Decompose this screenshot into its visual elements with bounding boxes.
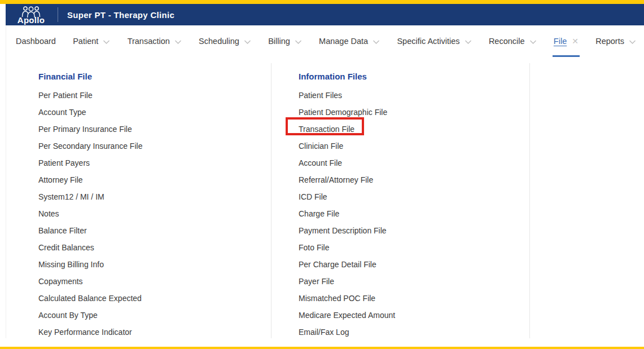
- menu-item-label: Per Charge Detail File: [299, 260, 376, 269]
- menu-item-balance-filter[interactable]: Balance Filter: [38, 222, 271, 239]
- chevron-down-icon: [465, 40, 472, 45]
- menu-item-per-patient-file[interactable]: Per Patient File: [38, 87, 271, 104]
- chevron-down-icon: [244, 40, 251, 45]
- menu-item-label: Patient Files: [299, 91, 342, 100]
- clinic-title: Super PT - Therapy Clinic: [67, 10, 174, 20]
- menu-item-credit-balances[interactable]: Credit Balances: [38, 239, 271, 256]
- close-icon[interactable]: ✕: [572, 37, 579, 45]
- menu-item-label: Charge File: [299, 209, 339, 218]
- menu-item-charge-file[interactable]: Charge File: [299, 205, 529, 222]
- nav-tab-patient[interactable]: Patient: [73, 25, 110, 57]
- menu-item-label: Copayments: [38, 277, 83, 286]
- logo-wordmark: Apollo: [17, 16, 45, 24]
- menu-item-referral-attorney-file[interactable]: Referral/Attorney File: [299, 171, 529, 188]
- menu-item-attorney-file[interactable]: Attorney File: [38, 171, 271, 188]
- file-menu-panel: Financial File Per Patient File Account …: [6, 63, 644, 338]
- nav-tab-label: Scheduling: [199, 37, 239, 46]
- menu-item-label: Payment Description File: [299, 226, 387, 235]
- menu-item-label: Notes: [38, 209, 59, 218]
- header-divider: [58, 7, 58, 22]
- top-accent-bar: [0, 0, 644, 4]
- menu-item-key-performance-indicator[interactable]: Key Performance Indicator: [38, 324, 271, 341]
- chevron-down-icon: [295, 40, 302, 45]
- menu-item-label: Key Performance Indicator: [38, 328, 132, 337]
- main-nav: Dashboard Patient Transaction Scheduling…: [6, 25, 644, 57]
- menu-item-calculated-balance-expected[interactable]: Calculated Balance Expected: [38, 290, 271, 307]
- menu-items-list: Per Patient File Account Type Per Primar…: [38, 87, 271, 341]
- menu-item-notes[interactable]: Notes: [38, 205, 271, 222]
- nav-tab-reconcile[interactable]: Reconcile: [489, 25, 537, 57]
- menu-item-medicare-expected-amount[interactable]: Medicare Expected Amount: [299, 307, 529, 324]
- menu-item-label: Credit Balances: [38, 243, 94, 252]
- nav-tab-scheduling[interactable]: Scheduling: [199, 25, 251, 57]
- menu-item-patient-files[interactable]: Patient Files: [299, 87, 529, 104]
- chevron-down-icon: [529, 40, 537, 45]
- apollo-logo[interactable]: Apollo: [9, 6, 53, 24]
- nav-tab-label: Patient: [73, 37, 98, 46]
- menu-item-patient-payers[interactable]: Patient Payers: [38, 154, 271, 171]
- menu-item-per-secondary-insurance-file[interactable]: Per Secondary Insurance File: [38, 138, 271, 154]
- menu-column-information-files: Information Files Patient Files Patient …: [271, 63, 530, 338]
- menu-item-label: Account File: [299, 158, 342, 167]
- nav-tab-label: Reports: [595, 37, 624, 46]
- nav-tab-reports[interactable]: Reports: [595, 25, 636, 57]
- menu-item-account-by-type[interactable]: Account By Type: [38, 307, 271, 324]
- menu-item-email-fax-log[interactable]: Email/Fax Log: [299, 324, 529, 341]
- menu-item-label: Email/Fax Log: [299, 328, 349, 337]
- menu-item-per-charge-detail-file[interactable]: Per Charge Detail File: [299, 256, 529, 273]
- nav-tab-file[interactable]: File ✕: [554, 25, 579, 57]
- menu-item-foto-file[interactable]: Foto File: [299, 239, 529, 256]
- menu-item-label: Attorney File: [38, 175, 83, 184]
- menu-item-transaction-file[interactable]: Transaction File: [299, 121, 529, 138]
- menu-item-icd-file[interactable]: ICD File: [299, 188, 529, 205]
- menu-item-label: Medicare Expected Amount: [299, 311, 395, 320]
- nav-tab-label: Transaction: [128, 37, 170, 46]
- nav-tab-label: File: [554, 37, 567, 46]
- menu-item-payer-file[interactable]: Payer File: [299, 273, 529, 290]
- menu-item-label: Missing Billing Info: [38, 260, 104, 269]
- menu-item-label: Account By Type: [38, 311, 98, 320]
- nav-tab-billing[interactable]: Billing: [268, 25, 302, 57]
- menu-item-label: System12 / MI / IM: [38, 192, 104, 201]
- menu-item-label: Mismatched POC File: [299, 294, 375, 303]
- menu-item-copayments[interactable]: Copayments: [38, 273, 271, 290]
- nav-tab-dashboard[interactable]: Dashboard: [16, 25, 56, 57]
- bottom-accent-bar: [0, 347, 644, 349]
- nav-tab-manage-data[interactable]: Manage Data: [319, 25, 380, 57]
- chevron-down-icon: [629, 40, 636, 45]
- menu-item-missing-billing-info[interactable]: Missing Billing Info: [38, 256, 271, 273]
- chevron-down-icon: [103, 40, 110, 45]
- menu-item-label: Patient Payers: [38, 158, 90, 167]
- menu-item-label: Per Primary Insurance File: [38, 125, 132, 134]
- menu-items-list: Patient Files Patient Demographic File T…: [299, 87, 529, 341]
- menu-item-account-type[interactable]: Account Type: [38, 104, 271, 121]
- menu-item-label: Patient Demographic File: [299, 108, 387, 117]
- menu-item-label: Calculated Balance Expected: [38, 294, 142, 303]
- menu-item-clinician-file[interactable]: Clinician File: [299, 138, 529, 154]
- nav-tab-specific-activities[interactable]: Specific Activities: [397, 25, 471, 57]
- nav-tab-label: Billing: [268, 37, 290, 46]
- menu-item-per-primary-insurance-file[interactable]: Per Primary Insurance File: [38, 121, 271, 138]
- menu-item-label: Foto File: [299, 243, 329, 252]
- nav-tab-label: Reconcile: [489, 37, 525, 46]
- chevron-down-icon: [174, 40, 182, 45]
- menu-item-label: Per Patient File: [38, 91, 93, 100]
- menu-item-label: Payer File: [299, 277, 334, 286]
- nav-tab-label: Manage Data: [319, 37, 368, 46]
- menu-item-label: Transaction File: [299, 125, 354, 134]
- menu-column-heading: Information Files: [299, 70, 529, 83]
- menu-item-system12-mi-im[interactable]: System12 / MI / IM: [38, 188, 271, 205]
- menu-item-label: Balance Filter: [38, 226, 87, 235]
- menu-item-account-file[interactable]: Account File: [299, 154, 529, 171]
- page-content: Dashboard Patient Transaction Scheduling…: [6, 25, 644, 338]
- nav-tab-label: Specific Activities: [397, 37, 459, 46]
- nav-tab-transaction[interactable]: Transaction: [128, 25, 182, 57]
- menu-item-payment-description-file[interactable]: Payment Description File: [299, 222, 529, 239]
- menu-column-heading: Financial File: [38, 70, 271, 83]
- menu-item-patient-demographic-file[interactable]: Patient Demographic File: [299, 104, 529, 121]
- menu-item-mismatched-poc-file[interactable]: Mismatched POC File: [299, 290, 529, 307]
- menu-item-label: Referral/Attorney File: [299, 175, 373, 184]
- menu-column-financial-file: Financial File Per Patient File Account …: [6, 63, 271, 338]
- menu-item-label: Account Type: [38, 108, 86, 117]
- menu-item-label: ICD File: [299, 192, 327, 201]
